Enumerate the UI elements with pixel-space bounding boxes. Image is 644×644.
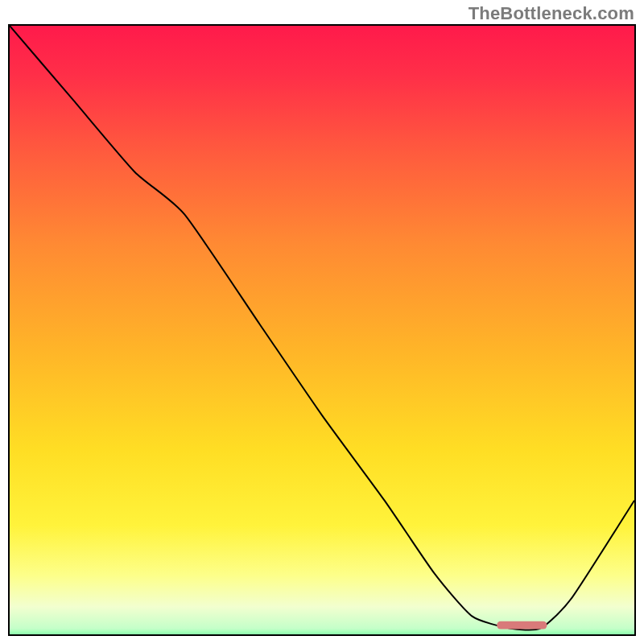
optimal-range-marker xyxy=(497,621,547,630)
bottleneck-curve xyxy=(10,26,634,630)
chart-frame xyxy=(8,24,636,636)
chart-overlay xyxy=(10,26,634,634)
watermark-text: TheBottleneck.com xyxy=(469,3,634,24)
